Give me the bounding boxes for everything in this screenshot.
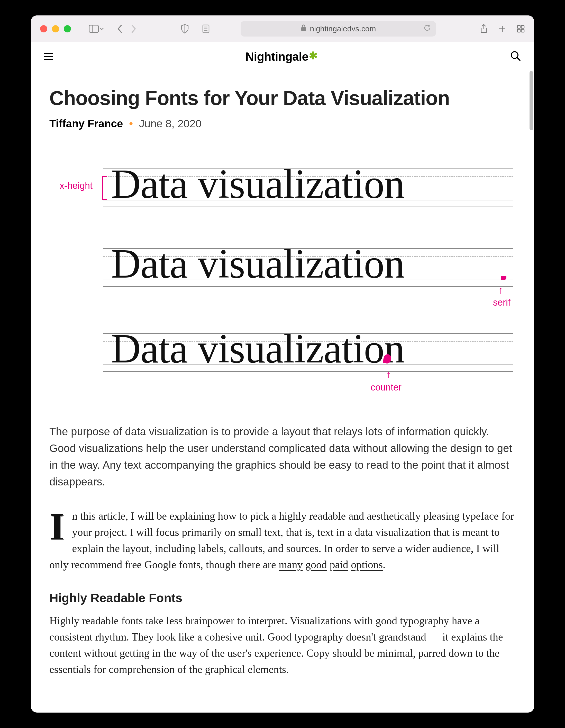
dropcap: I [49, 508, 72, 543]
lock-icon [301, 24, 306, 33]
annotation-xheight: x-height [60, 180, 93, 191]
sample-text-2: Data visualization [111, 243, 513, 284]
publish-date: June 8, 2020 [139, 118, 202, 130]
new-tab-button[interactable] [498, 25, 506, 33]
annotation-counter: counter [371, 382, 401, 393]
maximize-window-button[interactable] [64, 25, 71, 32]
link-good[interactable]: good [305, 559, 327, 571]
back-button[interactable] [117, 24, 123, 33]
link-paid[interactable]: paid [330, 559, 348, 571]
window-controls [40, 25, 71, 32]
scrollbar[interactable] [530, 71, 533, 130]
url-host: nightingaledvs.com [310, 24, 376, 33]
article-title: Choosing Fonts for Your Data Visualizati… [49, 86, 516, 110]
browser-toolbar: nightingaledvs.com [31, 15, 534, 42]
search-button[interactable] [510, 50, 521, 63]
sidebar-toggle-button[interactable] [89, 25, 104, 33]
close-window-button[interactable] [40, 25, 47, 32]
menu-button[interactable] [44, 51, 53, 61]
logo-asterisk-icon: ✱ [309, 50, 318, 61]
serif-arrow-icon: ↑ [498, 284, 503, 296]
site-logo[interactable]: Nightingale ✱ [246, 50, 317, 64]
annotation-serif: serif [493, 297, 510, 308]
forward-button[interactable] [131, 24, 137, 33]
privacy-shield-icon[interactable] [181, 24, 189, 34]
lede-paragraph: The purpose of data visualization is to … [49, 423, 516, 490]
svg-rect-13 [521, 29, 524, 32]
link-many[interactable]: many [279, 559, 302, 571]
intro-paragraph: In this article, I will be explaining ho… [49, 508, 516, 573]
logo-text: Nightingale [246, 50, 308, 64]
svg-point-14 [511, 52, 518, 58]
hero-figure: x-height Data visualization Data visuali… [49, 168, 516, 392]
tab-overview-button[interactable] [517, 25, 525, 33]
reader-mode-icon[interactable] [202, 24, 210, 33]
sample-text-3: Data visualization [111, 328, 513, 369]
svg-rect-11 [521, 25, 524, 28]
intro-end: . [383, 559, 385, 571]
byline: Tiffany France • June 8, 2020 [49, 118, 516, 130]
refresh-button[interactable] [424, 24, 431, 33]
svg-rect-12 [517, 29, 520, 32]
sample-text-1: Data visualization [111, 163, 513, 205]
site-header: Nightingale ✱ [31, 42, 534, 71]
browser-window: nightingaledvs.com Nightingale ✱ [31, 15, 534, 713]
xheight-bracket-icon [102, 176, 107, 200]
address-bar[interactable]: nightingaledvs.com [241, 21, 436, 37]
section-heading: Highly Readable Fonts [49, 591, 516, 605]
author-link[interactable]: Tiffany France [49, 118, 123, 130]
page-content: Choosing Fonts for Your Data Visualizati… [31, 71, 534, 713]
svg-rect-10 [517, 25, 520, 28]
chevron-down-icon [100, 27, 104, 30]
counter-arrow-icon: ↑ [386, 369, 391, 380]
byline-separator: • [129, 118, 133, 130]
share-button[interactable] [480, 24, 488, 34]
svg-line-15 [517, 58, 520, 61]
body-paragraph: Highly readable fonts take less brainpow… [49, 613, 516, 678]
minimize-window-button[interactable] [52, 25, 59, 32]
svg-rect-7 [301, 27, 306, 31]
svg-rect-0 [89, 25, 99, 32]
link-options[interactable]: options [351, 559, 383, 571]
